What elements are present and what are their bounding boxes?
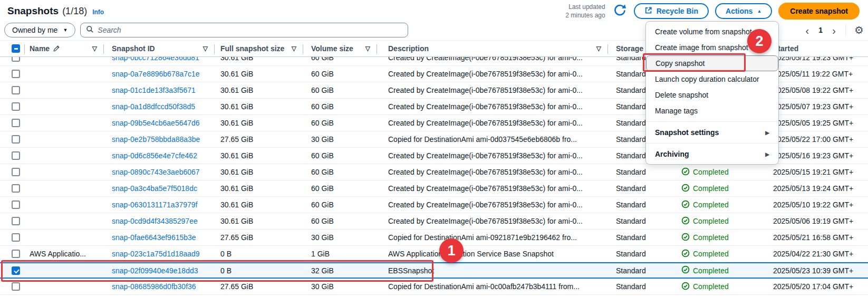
snapshot-id-link[interactable]: snap-023c1a75d1d18aad9	[112, 250, 200, 258]
menu-item-manage-tags[interactable]: Manage tags	[646, 103, 778, 119]
row-full-snapshot-size: 0 B	[214, 263, 303, 278]
search-box[interactable]	[80, 23, 408, 37]
row-volume-size: 32 GiB	[303, 263, 377, 278]
search-input[interactable]	[98, 26, 402, 34]
refresh-button[interactable]	[613, 4, 628, 18]
completed-check-icon	[681, 282, 690, 292]
table-row[interactable]: AWS Applicatio... snap-023c1a75d1d18aad9…	[0, 246, 868, 262]
menu-item-archiving[interactable]: Archiving ▶	[646, 146, 778, 162]
menu-item-create-image[interactable]: Create image from snapshot	[646, 40, 778, 55]
menu-item-snapshot-settings[interactable]: Snapshot settings ▶	[646, 125, 778, 140]
row-checkbox[interactable]	[12, 86, 20, 94]
row-full-snapshot-size: 0 B	[214, 246, 303, 262]
snapshot-id-link[interactable]: snap-0e2b758bbda88a3be	[112, 135, 200, 144]
table-row[interactable]: snap-0a3c4ba5e7f5018dc 30.61 GiB 60 GiB …	[0, 180, 868, 197]
row-checkbox[interactable]	[12, 200, 20, 209]
column-header-snapshot-id[interactable]: Snapshot ID ▽	[103, 41, 214, 56]
select-all-checkbox[interactable]	[12, 44, 20, 53]
filter-icon[interactable]: ▽	[292, 45, 296, 52]
completed-check-icon	[681, 167, 690, 177]
column-header-name[interactable]: Name ▽	[24, 41, 103, 56]
snapshot-id-link[interactable]: snap-08685986d0fb30f36	[112, 282, 196, 291]
recycle-bin-label: Recycle Bin	[657, 7, 698, 15]
column-header-full-size[interactable]: Full snapshot size ▽	[214, 41, 303, 56]
table-row[interactable]: snap-0fae6643ef9615b3e 27.65 GiB 30 GiB …	[0, 230, 868, 246]
row-checkbox[interactable]	[12, 266, 20, 275]
row-checkbox-cell	[0, 180, 24, 196]
row-checkbox[interactable]	[12, 135, 20, 144]
row-checkbox[interactable]	[12, 102, 20, 111]
column-header-volume-size[interactable]: Volume size ▽	[303, 41, 377, 56]
row-volume-size: 60 GiB	[303, 66, 377, 82]
row-checkbox[interactable]	[12, 119, 20, 127]
table-row[interactable]: snap-0cd9d4f34385297ee 30.61 GiB 60 GiB …	[0, 213, 868, 230]
row-volume-size: 1 GiB	[303, 246, 377, 262]
snapshot-id-link[interactable]: snap-09b5e4cb6ae5647d6	[112, 119, 200, 127]
row-checkbox[interactable]	[12, 168, 20, 176]
table-row[interactable]: snap-08685986d0fb30f36 27.65 GiB 30 GiB …	[0, 279, 868, 295]
menu-item-delete-snapshot[interactable]: Delete snapshot	[646, 87, 778, 103]
filter-icon[interactable]: ▽	[596, 45, 601, 52]
menu-item-copy-snapshot[interactable]: Copy snapshot	[646, 55, 778, 71]
row-name	[24, 213, 103, 229]
header-actions: Last updated 2 minutes ago Recycle Bi	[565, 3, 860, 20]
snapshot-id-link[interactable]: snap-0630131171a37979f	[112, 200, 197, 209]
snapshot-id-link[interactable]: snap-01c1de13f3a3f5671	[112, 86, 196, 94]
row-name	[24, 148, 103, 164]
table-row[interactable]: snap-0630131171a37979f 30.61 GiB 60 GiB …	[0, 197, 868, 213]
row-name	[24, 115, 103, 131]
completed-check-icon	[681, 200, 690, 210]
actions-button[interactable]: Actions ▲	[715, 3, 772, 19]
row-name: AWS Applicatio...	[24, 246, 103, 262]
filter-icon[interactable]: ▽	[203, 45, 208, 52]
chevron-right-icon: ▶	[765, 130, 769, 136]
select-all-checkbox-cell	[0, 41, 24, 56]
info-link[interactable]: Info	[92, 8, 104, 16]
row-checkbox[interactable]	[12, 233, 20, 242]
status-label: Completed	[693, 217, 729, 225]
row-checkbox[interactable]	[12, 217, 20, 225]
actions-dropdown-menu: Create volume from snapshot Create image…	[645, 21, 779, 165]
snapshot-id-link[interactable]: snap-0a7e8896b678a7c1e	[112, 70, 200, 78]
status-label: Completed	[693, 233, 729, 242]
row-volume-size: 60 GiB	[303, 82, 377, 98]
row-storage-tier: Standard	[607, 263, 668, 278]
snapshot-id-link[interactable]: snap-0a1d8dfccd50f38d5	[112, 102, 195, 111]
row-description: Created by CreateImage(i-0be7678519f38e5…	[377, 82, 607, 98]
row-checkbox[interactable]	[12, 70, 20, 78]
column-header-description[interactable]: Description ▽	[377, 41, 607, 56]
row-full-snapshot-size: 30.61 GiB	[214, 82, 303, 98]
status-label: Completed	[693, 200, 729, 209]
filter-icon[interactable]: ▽	[365, 45, 370, 52]
page-header: Snapshots (1/18) Info Last updated 2 min…	[7, 0, 860, 22]
next-page-button[interactable]: ›	[831, 25, 837, 36]
row-volume-size: 60 GiB	[303, 180, 377, 196]
row-started: 2025/05/06 19:19 GMT+	[759, 213, 868, 229]
snapshot-id-link[interactable]: snap-02f09940e49e18dd3	[112, 266, 198, 275]
menu-item-launch-copy-calculator[interactable]: Launch copy duration calculator	[646, 71, 778, 87]
snapshot-id-link[interactable]: snap-0cd9d4f34385297ee	[112, 217, 198, 225]
row-full-snapshot-size: 30.61 GiB	[214, 197, 303, 213]
snapshot-id-link[interactable]: snap-0890c743e3aeb6067	[112, 168, 200, 176]
snapshot-id-link[interactable]: snap-0d6c856e4e7cfe462	[112, 151, 197, 160]
create-snapshot-button[interactable]: Create snapshot	[778, 3, 860, 20]
menu-item-create-volume[interactable]: Create volume from snapshot	[646, 24, 778, 40]
recycle-bin-button[interactable]: Recycle Bin	[634, 3, 709, 19]
previous-page-button[interactable]: ‹	[804, 25, 810, 36]
snapshot-id-link[interactable]: snap-0a3c4ba5e7f5018dc	[112, 184, 197, 193]
row-checkbox[interactable]	[12, 184, 20, 193]
row-checkbox[interactable]	[12, 151, 20, 160]
row-checkbox[interactable]	[12, 282, 20, 291]
external-link-icon	[644, 6, 652, 16]
table-row[interactable]: snap-02f09940e49e18dd3 0 B 32 GiB EBSSna…	[0, 262, 868, 279]
row-checkbox[interactable]	[12, 250, 20, 258]
gear-icon[interactable]: ⚙	[854, 24, 864, 36]
row-name	[24, 230, 103, 245]
row-storage-tier: Standard	[607, 213, 668, 229]
row-checkbox-cell	[0, 115, 24, 131]
status-label: Completed	[693, 168, 729, 176]
owned-by-filter-dropdown[interactable]: Owned by me ▼	[4, 23, 75, 37]
filter-icon[interactable]: ▽	[92, 45, 97, 52]
table-row[interactable]: snap-0890c743e3aeb6067 30.61 GiB 60 GiB …	[0, 164, 868, 180]
snapshot-id-link[interactable]: snap-0fae6643ef9615b3e	[112, 233, 196, 242]
